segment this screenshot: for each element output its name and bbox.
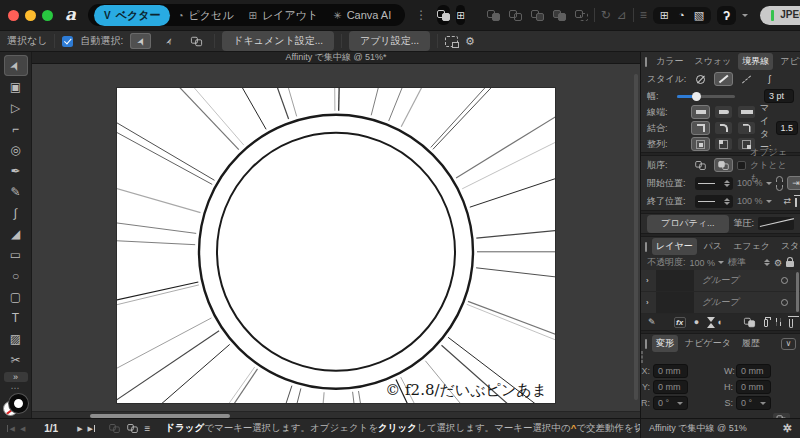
tab-swatches[interactable]: スウォッ xyxy=(690,53,735,70)
point-transform-tool[interactable]: ◎ xyxy=(4,139,28,160)
tab-history[interactable]: 履歴 xyxy=(738,335,764,352)
persona-layout[interactable]: ⊞ レイアウト xyxy=(249,8,319,23)
rotate-icon[interactable]: ↻ xyxy=(601,9,611,21)
last-page-button[interactable]: ▶ xyxy=(88,425,96,432)
fill-stroke-swatches[interactable] xyxy=(2,394,30,418)
delete-layer-icon[interactable] xyxy=(789,319,793,328)
y-input[interactable]: 0 mm xyxy=(653,380,688,394)
node-tool[interactable]: ▷ xyxy=(4,97,28,118)
boolean-add-icon[interactable] xyxy=(487,10,500,21)
panel-menu-button[interactable]: ∨ xyxy=(781,338,796,350)
more-personas-icon[interactable]: ⋮ xyxy=(415,8,427,22)
tab-navigator[interactable]: ナビゲータ xyxy=(681,335,735,352)
select-object-mode-button[interactable]: ➤ xyxy=(130,33,151,49)
horizontal-scrollbar-track[interactable] xyxy=(32,411,640,418)
vertical-scrollbar[interactable] xyxy=(634,74,638,400)
pencil-tool[interactable]: ✎ xyxy=(4,181,28,202)
persona-vector[interactable]: V ベクター xyxy=(94,5,170,26)
spinner-icon[interactable] xyxy=(724,195,730,208)
anchor-point-selector[interactable] xyxy=(641,351,643,363)
w-input[interactable]: 0 mm xyxy=(736,364,771,378)
live-filter-icon[interactable]: ◐ xyxy=(718,317,723,327)
blend-mode-select[interactable]: 標準 xyxy=(728,256,746,269)
layer-thumbnail[interactable] xyxy=(656,292,694,313)
mask-layer-icon[interactable]: ● xyxy=(694,317,699,327)
tab-styles[interactable]: スタイル xyxy=(777,238,800,255)
h-input[interactable]: 0 mm xyxy=(736,380,771,394)
layer-visibility-icon[interactable] xyxy=(781,299,788,306)
stroke-style-solid-button[interactable] xyxy=(714,72,733,86)
cap-square-button[interactable] xyxy=(737,105,756,119)
remove-arrowheads-icon[interactable] xyxy=(795,198,797,207)
spinner-icon[interactable] xyxy=(724,177,730,190)
order-front-button[interactable] xyxy=(714,158,733,172)
apps-grid-button[interactable]: ⊞ xyxy=(456,5,464,25)
prev-page-button[interactable]: ◀ xyxy=(20,425,25,432)
boolean-combine-icon[interactable] xyxy=(575,10,588,21)
rotation-input[interactable]: 0 ° xyxy=(653,396,688,410)
tab-paths[interactable]: パス xyxy=(700,238,726,255)
layer-row-group-2[interactable]: › グループ xyxy=(641,292,800,314)
stroke-style-brush-button[interactable]: ʃ xyxy=(760,72,779,86)
opacity-select[interactable]: 100 % xyxy=(690,258,725,268)
expand-tools-button[interactable]: » xyxy=(4,372,28,382)
settings-gear-icon[interactable]: ⚙ xyxy=(465,35,475,48)
swap-arrowheads-icon[interactable]: ⇄ xyxy=(784,196,792,206)
stroke-width-value[interactable]: 3 pt xyxy=(764,89,794,103)
minimize-window-button[interactable] xyxy=(25,10,36,21)
join-miter-button[interactable] xyxy=(691,121,710,135)
blend-spinner-icon[interactable] xyxy=(764,256,770,269)
tab-appearance[interactable]: アピアラ xyxy=(776,53,800,70)
panel-drag-handle[interactable] xyxy=(645,339,647,349)
move-tool[interactable]: ➤ xyxy=(4,55,28,76)
stroke-width-slider[interactable] xyxy=(677,95,735,98)
select-box-mode-button[interactable] xyxy=(186,33,207,49)
auto-select-checkbox[interactable] xyxy=(62,36,73,47)
assistant-dropdown-caret[interactable] xyxy=(742,14,748,20)
layer-thumbnail[interactable] xyxy=(656,270,694,291)
snapping-manager-icon[interactable] xyxy=(445,36,458,47)
x-input[interactable]: 0 mm xyxy=(653,364,688,378)
tab-effects[interactable]: エフェク xyxy=(729,238,774,255)
image-tool[interactable]: ▨ xyxy=(4,328,28,349)
first-page-button[interactable]: ◀ xyxy=(7,425,15,432)
vector-brush-tool[interactable]: ∫ xyxy=(4,202,28,223)
rectangle-tool[interactable]: ▭ xyxy=(4,244,28,265)
cap-butt-button[interactable] xyxy=(691,105,710,119)
cap-round-button[interactable] xyxy=(714,105,733,119)
boolean-divide-icon[interactable] xyxy=(553,10,566,21)
stroke-swatch-black[interactable] xyxy=(9,394,28,413)
pattern-layer-icon[interactable] xyxy=(776,318,777,322)
tools-overflow-icon[interactable]: ⋯ xyxy=(11,383,21,393)
lock-layer-icon[interactable] xyxy=(786,261,794,267)
transform-objects-icon[interactable]: ▧ xyxy=(694,10,704,21)
layer-row-group-1[interactable]: › グループ xyxy=(641,270,800,292)
join-bevel-button[interactable] xyxy=(737,121,756,135)
knife-tool[interactable]: ✂ xyxy=(4,349,28,370)
shear-input[interactable]: 0 ° xyxy=(736,396,771,410)
document-page[interactable]: © f2.8/だいぶピンあま xyxy=(117,88,555,403)
link-scales-icon[interactable] xyxy=(776,176,783,191)
assistant-manager-icon[interactable]: ◔ xyxy=(678,10,685,21)
artboard-view-icon[interactable] xyxy=(110,424,120,433)
tab-color[interactable]: カラー xyxy=(652,53,687,70)
app-settings-button[interactable]: アプリ設定... xyxy=(349,31,430,51)
align-inside-button[interactable] xyxy=(714,137,733,151)
expand-group-icon[interactable]: › xyxy=(646,276,656,285)
horizontal-scrollbar-thumb[interactable] xyxy=(90,414,230,418)
persona-canva-ai[interactable]: ✳ Canva AI xyxy=(333,9,391,21)
document-settings-button[interactable]: ドキュメント設定... xyxy=(222,31,334,51)
new-layer-icon[interactable] xyxy=(764,319,768,327)
start-scale-select[interactable]: 100 % xyxy=(737,178,772,188)
artboard-tool[interactable]: ▣ xyxy=(4,76,28,97)
ellipse-tool[interactable]: ○ xyxy=(4,265,28,286)
select-lasso-mode-button[interactable]: ➣ xyxy=(158,33,179,49)
add-image-layer-icon[interactable] xyxy=(744,317,755,326)
pressure-curve-widget[interactable] xyxy=(758,217,794,230)
join-round-button[interactable] xyxy=(714,121,733,135)
layer-settings-gear-icon[interactable]: ⚙ xyxy=(774,258,782,268)
next-page-button[interactable]: ▶ xyxy=(77,425,82,432)
panel-drag-handle[interactable] xyxy=(645,242,647,252)
order-behind-button[interactable] xyxy=(691,158,710,172)
scale-arrow-button[interactable]: ⇥ xyxy=(787,176,800,190)
